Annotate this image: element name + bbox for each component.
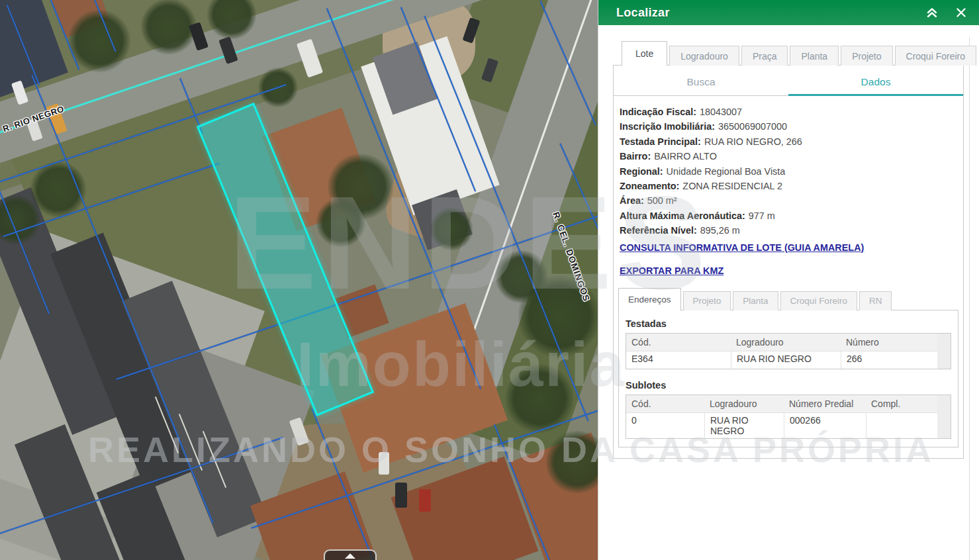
panel-header: Localizar [598, 0, 979, 25]
field-label: Testada Principal: [620, 136, 701, 147]
tree-canopy [430, 208, 473, 251]
cell-cod: E364 [626, 351, 731, 369]
tab-busca[interactable]: Busca [614, 66, 788, 96]
close-icon [956, 8, 966, 17]
cell-cod: 0 [626, 413, 704, 438]
lot-data-fields: Indicação Fiscal:18043007 Inscrição Imob… [614, 96, 963, 238]
table-scrollbar-gutter [937, 395, 951, 438]
table-row[interactable]: 0 RUA RIO NEGRO 000266 [626, 412, 937, 438]
tab-enderecos[interactable]: Endereços [618, 288, 681, 310]
field-value: 18043007 [700, 107, 742, 117]
sublotes-table: Cód. Logradouro Número Predial Compl. 0 … [626, 395, 951, 439]
column-header: Cód. [626, 335, 731, 350]
field-value: ZONA RESIDENCIAL 2 [682, 181, 782, 191]
field-label: Zoneamento: [620, 181, 679, 191]
table-header-row: Cód. Logradouro Número [626, 334, 937, 351]
lote-content: Busca Dados Indicação Fiscal:18043007 In… [613, 65, 964, 459]
car [379, 452, 389, 475]
tab-detail-planta[interactable]: Planta [733, 291, 778, 310]
tab-praca[interactable]: Praça [741, 46, 788, 66]
localizar-panel: Localizar Lote Logradouro Praça Planta P… [598, 0, 979, 560]
column-header: Compl. [866, 397, 937, 411]
column-header: Logradouro [704, 397, 784, 411]
tree-canopy [316, 198, 366, 248]
link-exportar-kmz[interactable]: EXPORTAR PARA KMZ [620, 265, 723, 276]
table-row[interactable]: E364 RUA RIO NEGRO 266 [626, 351, 937, 369]
cell-logradouro: RUA RIO NEGRO [731, 351, 841, 369]
field-label: Área: [620, 195, 644, 206]
field-value: 500 m² [647, 195, 677, 206]
tab-detail-rn[interactable]: RN [859, 291, 892, 310]
map-canvas[interactable]: R. RIO NEGRO R. CEL. DOMINGOS [0, 0, 598, 560]
close-panel-button[interactable] [956, 8, 966, 17]
field-label: Indicação Fiscal: [620, 107, 696, 117]
cell-logradouro: RUA RIO NEGRO [704, 413, 784, 438]
field-value: Unidade Regional Boa Vista [667, 166, 786, 177]
column-header: Logradouro [731, 335, 841, 350]
field-value: 977 m [749, 210, 775, 221]
column-header: Número Predial [784, 397, 866, 411]
tab-planta[interactable]: Planta [790, 46, 839, 66]
tab-logradouro[interactable]: Logradouro [669, 46, 739, 66]
cell-numero: 266 [841, 351, 937, 369]
testadas-title: Testadas [626, 318, 951, 329]
panel-scrollbar[interactable] [969, 37, 970, 560]
attribution-expander[interactable] [324, 549, 377, 560]
field-value: RUA RIO NEGRO, 266 [704, 136, 802, 147]
tab-dados[interactable]: Dados [788, 66, 963, 96]
table-header-row: Cód. Logradouro Número Predial Compl. [626, 395, 937, 412]
panel-title: Localizar [616, 6, 908, 20]
field-value: 3650069007000 [718, 121, 787, 132]
detail-tabs: Endereços Projeto Planta Croqui Foreiro … [618, 288, 963, 310]
busca-dados-switch: Busca Dados [614, 66, 963, 96]
link-guia-amarela[interactable]: CONSULTA INFORMATIVA DE LOTE (GUIA AMARE… [620, 242, 864, 253]
field-label: Bairro: [620, 151, 651, 162]
car [395, 483, 407, 508]
field-label: Referência Nível: [620, 225, 697, 236]
sublotes-title: Sublotes [626, 380, 951, 391]
cell-compl [866, 413, 937, 438]
table-scrollbar-gutter [937, 334, 951, 369]
tab-detail-croqui-foreiro[interactable]: Croqui Foreiro [780, 291, 857, 310]
search-type-tabs: Lote Logradouro Praça Planta Projeto Cro… [622, 41, 964, 66]
column-header: Cód. [626, 397, 704, 411]
enderecos-content: Testadas Cód. Logradouro Número E364 RUA… [618, 310, 958, 447]
field-value: BAIRRO ALTO [654, 151, 717, 162]
double-chevron-up-icon [925, 6, 939, 19]
tab-croqui-foreiro[interactable]: Croqui Foreiro [895, 46, 976, 66]
field-label: Regional: [620, 166, 663, 177]
app-screen: R. RIO NEGRO R. CEL. DOMINGOS Localizar … [0, 0, 979, 560]
arrow-up-icon [345, 553, 355, 559]
car [419, 489, 431, 512]
tab-projeto[interactable]: Projeto [841, 46, 892, 66]
testadas-table: Cód. Logradouro Número E364 RUA RIO NEGR… [626, 333, 951, 369]
field-label: Inscrição Imobiliária: [620, 121, 715, 132]
cell-numero-predial: 000266 [784, 413, 866, 438]
collapse-panel-button[interactable] [925, 6, 939, 19]
column-header: Número [841, 335, 937, 350]
field-label: Altura Máxima Aeronáutica: [620, 210, 745, 221]
tab-lote[interactable]: Lote [622, 41, 667, 66]
field-value: 895,26 m [700, 225, 740, 236]
tab-detail-projeto[interactable]: Projeto [683, 291, 731, 310]
